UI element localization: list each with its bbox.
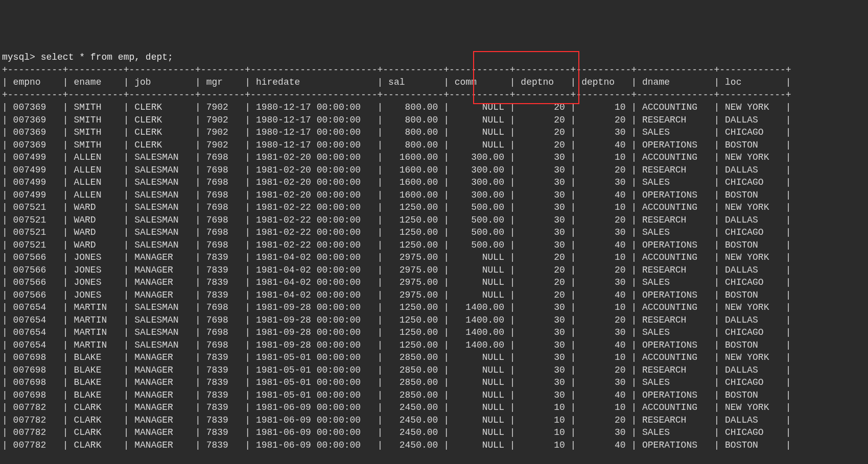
mysql-prompt: mysql> bbox=[2, 52, 35, 62]
terminal-output[interactable]: mysql> select * from emp, dept; +-------… bbox=[0, 50, 868, 451]
sql-query: select * from emp, dept; bbox=[41, 52, 173, 62]
result-table: +----------+----------+------------+----… bbox=[2, 65, 791, 450]
